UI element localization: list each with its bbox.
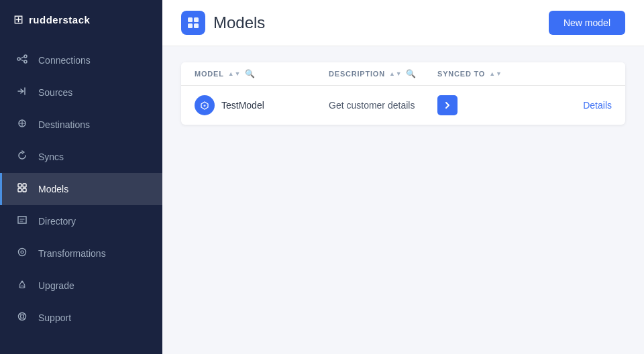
svg-point-12 <box>21 281 23 283</box>
details-link[interactable]: Details <box>583 100 612 111</box>
table-header: MODEL ▲▼ 🔍 DESCRIPTION ▲▼ 🔍 SYNCED TO ▲▼ <box>181 62 625 86</box>
model-filter-icon[interactable]: 🔍 <box>245 69 256 78</box>
model-name: TestModel <box>221 100 264 111</box>
svg-line-3 <box>20 57 24 59</box>
model-cell: TestModel <box>195 95 329 115</box>
sidebar-item-support[interactable]: Support <box>0 302 162 334</box>
upgrade-label: Upgrade <box>38 280 74 291</box>
model-row-icon <box>195 95 215 115</box>
directory-icon <box>15 215 29 228</box>
sources-icon <box>15 86 29 99</box>
svg-line-15 <box>19 314 21 315</box>
svg-rect-8 <box>23 188 26 192</box>
svg-rect-19 <box>188 17 193 22</box>
svg-line-18 <box>23 318 25 319</box>
destinations-label: Destinations <box>38 119 90 130</box>
svg-rect-5 <box>18 184 21 187</box>
sidebar-item-sources[interactable]: Sources <box>0 76 162 109</box>
sources-label: Sources <box>38 87 72 98</box>
table-row: TestModel Get customer details Details <box>181 86 625 125</box>
svg-line-17 <box>19 318 21 319</box>
description-filter-icon[interactable]: 🔍 <box>406 69 417 78</box>
svg-point-11 <box>19 286 25 288</box>
support-label: Support <box>38 312 71 323</box>
col-model: MODEL ▲▼ 🔍 <box>195 69 329 78</box>
svg-point-14 <box>21 315 24 318</box>
sidebar-nav: Connections Sources Destinations <box>0 39 162 354</box>
svg-point-23 <box>204 105 206 107</box>
svg-line-16 <box>23 314 25 315</box>
destinations-icon <box>15 118 29 131</box>
main-content: Models New model MODEL ▲▼ 🔍 DESCRIPTION … <box>162 0 644 354</box>
page-header: Models New model <box>162 0 644 46</box>
syncs-label: Syncs <box>38 152 64 162</box>
description-cell: Get customer details <box>329 100 437 111</box>
svg-rect-22 <box>194 23 199 28</box>
page-icon <box>181 11 205 35</box>
sidebar-item-connections[interactable]: Connections <box>0 44 162 76</box>
new-model-button[interactable]: New model <box>549 11 625 35</box>
sidebar-item-directory[interactable]: Directory <box>0 205 162 237</box>
header-left: Models <box>181 11 265 35</box>
upgrade-icon <box>15 279 29 292</box>
col-actions <box>558 69 612 78</box>
connections-label: Connections <box>38 55 91 66</box>
models-icon <box>15 182 29 196</box>
model-sort-icon[interactable]: ▲▼ <box>228 70 241 77</box>
svg-point-10 <box>21 251 23 253</box>
sidebar-item-upgrade[interactable]: Upgrade <box>0 270 162 302</box>
sidebar: ⊞ rudderstack Connections <box>0 0 162 354</box>
synced-sort-icon[interactable]: ▲▼ <box>489 70 502 77</box>
svg-rect-20 <box>194 17 199 22</box>
directory-label: Directory <box>38 216 76 227</box>
details-cell: Details <box>558 99 612 111</box>
logo-icon: ⊞ <box>13 12 23 27</box>
logo: ⊞ rudderstack <box>0 0 162 39</box>
page-title: Models <box>213 13 265 32</box>
transformations-icon <box>15 247 29 260</box>
transformations-label: Transformations <box>38 248 106 259</box>
models-label: Models <box>38 184 68 194</box>
description-sort-icon[interactable]: ▲▼ <box>389 70 402 77</box>
syncs-icon <box>15 150 29 164</box>
svg-point-0 <box>17 58 20 60</box>
svg-point-1 <box>24 55 27 58</box>
sidebar-item-destinations[interactable]: Destinations <box>0 109 162 141</box>
col-synced-to: SYNCED TO ▲▼ <box>437 69 558 78</box>
support-icon <box>15 311 29 324</box>
svg-rect-21 <box>188 23 193 28</box>
col-description: DESCRIPTION ▲▼ 🔍 <box>329 69 437 78</box>
svg-point-2 <box>24 60 27 63</box>
models-table: MODEL ▲▼ 🔍 DESCRIPTION ▲▼ 🔍 SYNCED TO ▲▼ <box>181 62 625 125</box>
connections-icon <box>15 54 29 67</box>
svg-rect-6 <box>23 184 26 187</box>
sync-button[interactable] <box>437 95 458 115</box>
synced-cell <box>437 95 558 115</box>
sidebar-item-syncs[interactable]: Syncs <box>0 141 162 173</box>
svg-point-9 <box>19 249 26 256</box>
svg-line-4 <box>20 60 24 62</box>
svg-rect-7 <box>18 188 21 192</box>
logo-text: rudderstack <box>29 14 90 25</box>
sidebar-item-models[interactable]: Models <box>0 173 162 205</box>
sidebar-item-transformations[interactable]: Transformations <box>0 237 162 270</box>
